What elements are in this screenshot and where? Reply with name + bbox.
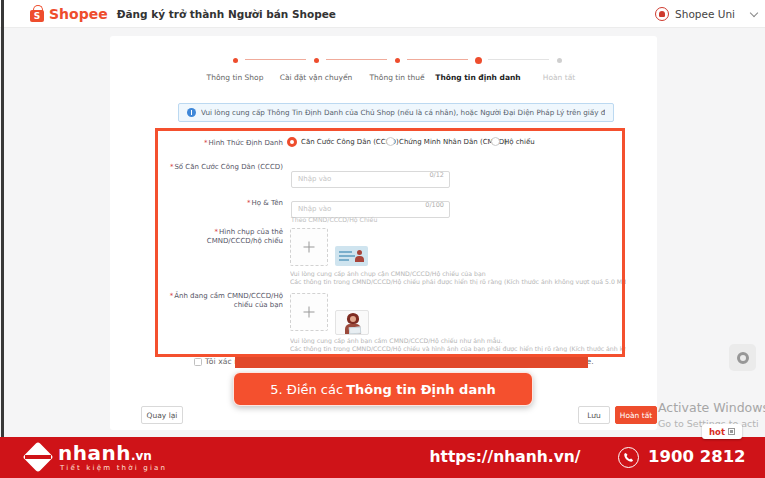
selfie-hint-1: Vui lòng cung cấp ảnh bạn cầm CMND/CCCD/… xyxy=(290,337,626,344)
id-number-field-wrap: 0/12 xyxy=(291,166,450,183)
hot-tag[interactable]: hot xyxy=(702,424,742,439)
id-number-counter: 0/12 xyxy=(429,171,444,179)
chevron-down-icon[interactable] xyxy=(750,8,758,16)
id-photo-hint-1: Vui lòng cung cấp ảnh chụp cận CMND/CCCD… xyxy=(290,270,626,277)
info-icon xyxy=(187,108,196,117)
required-asterisk: * xyxy=(170,163,174,171)
info-banner-text: Vui lòng cung cấp Thông Tin Định Danh củ… xyxy=(201,108,605,117)
step-dot xyxy=(314,58,319,63)
step-complete: Hoàn tất xyxy=(513,54,605,82)
radio-icon[interactable] xyxy=(491,137,500,146)
info-banner: Vui lòng cung cấp Thông Tin Định Danh củ… xyxy=(178,103,614,122)
full-name-counter: 0/100 xyxy=(425,201,444,209)
step-label: Thông tin định danh xyxy=(432,73,524,82)
account-dropdown[interactable]: Shopee Uni xyxy=(655,0,757,28)
tooltip-text: 5. Điền các xyxy=(270,382,343,397)
phone-icon xyxy=(618,447,639,468)
footer-brand-tld: .vn xyxy=(131,449,152,463)
window-edge-line xyxy=(1,0,4,437)
step-label: Hoàn tất xyxy=(513,73,605,82)
step-identity-info: Thông tin định danh xyxy=(432,54,524,82)
floating-widget-button[interactable] xyxy=(729,344,756,371)
step-shipping: Cài đặt vận chuyển xyxy=(270,54,362,82)
step-label: Cài đặt vận chuyển xyxy=(270,73,362,82)
plus-icon xyxy=(304,307,315,318)
radio-label[interactable]: Hộ chiếu xyxy=(504,138,535,146)
step-dot xyxy=(475,57,482,64)
registration-card: Thông tin Shop Cài đặt vận chuyển Thông … xyxy=(110,36,657,430)
window-icon xyxy=(728,428,735,435)
footer-url[interactable]: https://nhanh.vn/ xyxy=(400,448,610,466)
footer-brand-name: nhanh xyxy=(58,441,131,465)
redaction-bar xyxy=(235,357,588,368)
required-asterisk: * xyxy=(170,292,174,300)
confirm-checkbox[interactable] xyxy=(194,358,202,366)
radio-option-cccd[interactable]: Căn Cước Công Dân (CCCD) xyxy=(287,137,399,147)
radio-selected-icon[interactable] xyxy=(287,137,297,147)
plus-icon xyxy=(304,242,315,253)
screen: S Shopee Đăng ký trở thành Người bán Sho… xyxy=(0,0,765,478)
id-number-label: *Số Căn Cước Công Dân (CCCD) xyxy=(163,163,283,172)
account-label: Shopee Uni xyxy=(675,8,735,20)
footer-phone-number: 1900 2812 xyxy=(648,447,746,466)
shopee-logo-letter: S xyxy=(30,10,44,22)
step-dot xyxy=(233,58,238,63)
shopee-uni-logo-icon xyxy=(655,7,669,21)
finish-button[interactable]: Hoàn tất xyxy=(615,406,657,424)
full-name-helper: Theo CMND/CCCD/Hộ Chiếu xyxy=(291,216,377,223)
radio-option-cmnd[interactable]: Chứng Minh Nhân Dân (CMND) xyxy=(386,137,507,146)
required-asterisk: * xyxy=(215,228,219,236)
brand-name: Shopee xyxy=(49,6,108,22)
activate-line-1: Activate Windows xyxy=(658,400,765,415)
radio-label[interactable]: Căn Cước Công Dân (CCCD) xyxy=(301,138,399,146)
step-tax-info: Thông tin thuế xyxy=(351,54,443,82)
save-button[interactable]: Lưu xyxy=(578,406,610,424)
id-number-input[interactable] xyxy=(291,171,450,188)
ring-icon xyxy=(737,352,749,364)
footer-brand: nhanh.vn xyxy=(58,441,152,465)
top-bar: S Shopee Đăng ký trở thành Người bán Sho… xyxy=(0,0,765,28)
full-name-label: *Họ & Tên xyxy=(163,199,283,208)
step-dot xyxy=(395,58,400,63)
selfie-photo-upload-box[interactable] xyxy=(290,293,328,331)
back-button[interactable]: Quay lại xyxy=(141,406,183,424)
step-label: Thông tin Shop xyxy=(189,73,281,82)
step-label: Thông tin thuế xyxy=(351,73,443,82)
id-card-sample-image xyxy=(335,246,368,266)
radio-option-passport[interactable]: Hộ chiếu xyxy=(491,137,535,146)
id-photo-hint-2: Các thông tin trong CMND/CCCD/Hộ chiếu p… xyxy=(290,278,626,285)
shopee-logo-icon: S xyxy=(30,10,44,22)
step-dot xyxy=(557,58,562,63)
id-type-label: *Hình Thức Định Danh xyxy=(163,139,283,148)
hot-tag-text: hot xyxy=(709,427,725,437)
footer-tagline: Tiết kiệm thời gian xyxy=(60,464,167,472)
id-photo-label: *Hình chụp của thẻ CMND/CCCD/hộ chiếu xyxy=(163,228,283,247)
selfie-sample-image xyxy=(335,310,369,335)
full-name-field-wrap: 0/100 xyxy=(291,196,450,213)
required-asterisk: * xyxy=(247,199,251,207)
step-shop-info: Thông tin Shop xyxy=(189,54,281,82)
tooltip-text-bold: Thông tin Định danh xyxy=(346,382,496,397)
selfie-photo-label: *Ảnh đang cầm CMND/CCCD/Hộ chiếu của bạn xyxy=(163,292,283,311)
radio-icon[interactable] xyxy=(386,137,395,146)
required-asterisk: * xyxy=(204,139,208,147)
tutorial-tooltip: 5. Điền các Thông tin Định danh xyxy=(233,372,533,406)
id-photo-upload-box[interactable] xyxy=(290,228,328,266)
selfie-hint-2: Các thông tin trong CMND/CCCD/Hộ chiếu v… xyxy=(290,345,626,352)
page-title: Đăng ký trở thành Người bán Shopee xyxy=(117,8,336,20)
